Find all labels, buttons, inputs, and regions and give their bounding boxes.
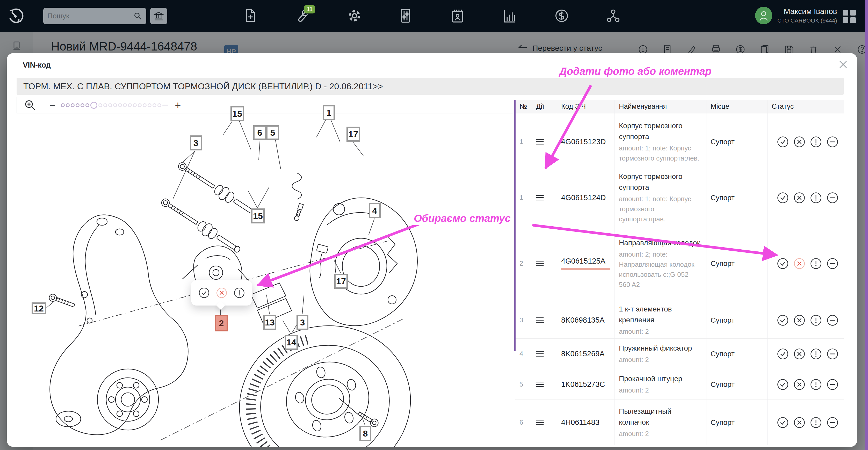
- table-scroll-indicator[interactable]: [514, 100, 516, 351]
- status-warn-button[interactable]: [810, 348, 822, 360]
- callout-12[interactable]: 12: [32, 302, 46, 314]
- apps-grid-button[interactable]: [843, 10, 856, 23]
- close-icon: [838, 60, 848, 69]
- popup-status-ok[interactable]: [198, 287, 210, 298]
- status-none-button[interactable]: [827, 136, 838, 148]
- zoom-dot: [61, 103, 65, 107]
- callout-14[interactable]: 14: [285, 335, 298, 350]
- part-name: Пылезащитный колпачокamount: 2: [615, 400, 706, 445]
- network-button[interactable]: [606, 8, 621, 24]
- bank-icon: [154, 11, 164, 21]
- callout-17[interactable]: 17: [334, 274, 348, 289]
- status-ok-button[interactable]: [777, 348, 789, 360]
- status-none-button[interactable]: [827, 379, 838, 390]
- parts-table: №ДіїКод З/ЧНайменуванняМісцеСтатус14G061…: [515, 100, 844, 447]
- callout-4[interactable]: 4: [369, 203, 381, 218]
- stats-icon: [503, 8, 516, 23]
- callout-17[interactable]: 17: [346, 127, 360, 141]
- status-warn-button[interactable]: [810, 258, 822, 269]
- status-none-button[interactable]: [827, 258, 838, 269]
- part-name: Прокачной штуцерamount: 2: [615, 369, 706, 399]
- popup-status-fail[interactable]: [216, 287, 227, 298]
- actions-menu-icon[interactable]: [536, 193, 544, 202]
- callout-15[interactable]: 15: [251, 208, 265, 223]
- status-warn-button[interactable]: [810, 192, 822, 204]
- status-ok-button[interactable]: [777, 379, 789, 390]
- part-statuses: [768, 339, 844, 369]
- filters-button[interactable]: [399, 8, 413, 24]
- callout-3[interactable]: 3: [190, 135, 202, 151]
- callout-8[interactable]: 8: [360, 426, 371, 441]
- calendar-client-button[interactable]: [451, 8, 465, 24]
- app: 11: [0, 0, 868, 450]
- callout-13[interactable]: 13: [264, 315, 276, 330]
- status-ok-button[interactable]: [777, 314, 789, 326]
- stats-button[interactable]: [503, 8, 517, 24]
- add-document-button[interactable]: [244, 8, 258, 24]
- zoom-slider-handle[interactable]: [90, 102, 97, 109]
- callout-6[interactable]: 6: [253, 125, 266, 140]
- settings-button[interactable]: [347, 8, 362, 24]
- app-logo-icon[interactable]: [7, 7, 24, 25]
- bank-button[interactable]: [150, 8, 167, 24]
- billing-button[interactable]: [554, 8, 569, 24]
- status-fail-button[interactable]: [794, 417, 805, 428]
- part-code: 8K0615269A: [557, 339, 615, 369]
- part-name: Направляющая колодокamount: 2; note: Нап…: [615, 225, 706, 302]
- status-ok-button[interactable]: [777, 417, 789, 428]
- status-warn-button[interactable]: [810, 379, 822, 390]
- status-warn-button[interactable]: [810, 417, 822, 428]
- page-scrollbar[interactable]: [865, 0, 868, 450]
- part-code: 4G0615123D: [557, 114, 615, 170]
- zoom-plus-button[interactable]: +: [172, 100, 184, 110]
- settings-icon: [347, 8, 362, 23]
- status-fail-button[interactable]: [794, 379, 805, 390]
- zoom-out-button[interactable]: −: [47, 100, 58, 110]
- table-row: 48K0615269AПружинный фиксаторamount: 2Су…: [515, 339, 844, 369]
- status-warn-button[interactable]: [810, 136, 822, 148]
- modal-close-button[interactable]: [836, 58, 850, 71]
- status-none-button[interactable]: [827, 348, 838, 360]
- actions-menu-icon[interactable]: [536, 350, 544, 358]
- diagram-title-bar: ТОРМ. МЕХ. С ПЛАВ. СУППОРТОМ ТОРМОЗНОЙ Д…: [17, 78, 844, 95]
- zoom-dot: [66, 103, 70, 107]
- zoom-dot: [133, 103, 137, 107]
- status-fail-button[interactable]: [794, 314, 805, 326]
- actions-menu-icon[interactable]: [536, 137, 544, 146]
- callout-1[interactable]: 1: [323, 105, 335, 120]
- nav-icon-row: 11: [244, 8, 658, 24]
- search-icon: [133, 12, 142, 21]
- row-actions: [532, 339, 557, 369]
- zoom-in-icon[interactable]: [24, 99, 36, 111]
- status-fail-button[interactable]: [794, 348, 805, 360]
- zoom-dot: [157, 103, 161, 107]
- callout-15[interactable]: 15: [230, 106, 244, 121]
- search-input[interactable]: [48, 12, 125, 20]
- popup-status-warn[interactable]: [234, 287, 245, 298]
- actions-menu-icon[interactable]: [536, 259, 544, 268]
- status-ok-button[interactable]: [777, 192, 789, 204]
- actions-menu-icon[interactable]: [536, 418, 544, 427]
- actions-menu-icon[interactable]: [536, 380, 544, 389]
- actions-menu-icon[interactable]: [536, 316, 544, 324]
- status-fail-button[interactable]: [794, 136, 805, 148]
- status-warn-button[interactable]: [810, 314, 822, 326]
- zoom-dot: [143, 103, 147, 107]
- part-code[interactable]: 4G0615125A: [557, 225, 615, 302]
- status-ok-button[interactable]: [777, 258, 789, 269]
- callout-3[interactable]: 3: [297, 315, 308, 330]
- zoom-dot: [108, 103, 112, 107]
- status-none-button[interactable]: [827, 417, 838, 428]
- user-menu[interactable]: Максим Іванов СТО CARBOOK (9444): [755, 7, 837, 24]
- table-row: 24G0615125AНаправляющая колодокamount: 2…: [515, 225, 844, 302]
- callout-5[interactable]: 5: [266, 125, 279, 140]
- status-fail-button[interactable]: [794, 192, 805, 204]
- status-none-button[interactable]: [827, 314, 838, 326]
- status-none-button[interactable]: [827, 192, 838, 204]
- zoom-slider[interactable]: [61, 102, 172, 109]
- tools-button[interactable]: 11: [296, 8, 310, 24]
- status-ok-button[interactable]: [777, 136, 789, 148]
- zoom-dot: [118, 103, 122, 107]
- callout-2[interactable]: 2: [215, 315, 228, 331]
- status-fail-button[interactable]: [794, 258, 805, 269]
